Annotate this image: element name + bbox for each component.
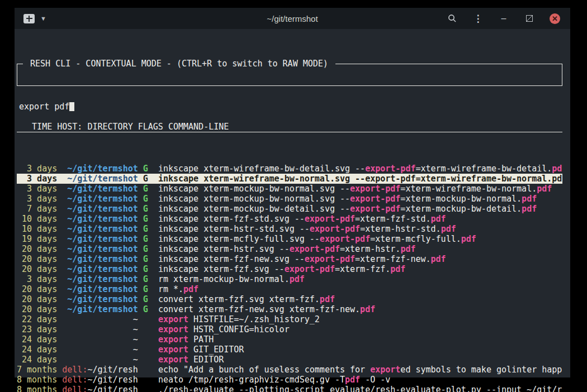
history-row[interactable]: 20 days ~/git/termshot G convert xterm-f… — [17, 294, 562, 304]
history-row[interactable]: 23 days ~ export HSTR_CONFIG=hicolor — [17, 324, 562, 334]
restore-button[interactable] — [524, 13, 535, 24]
history-row[interactable]: 3 days ~/git/termshot G inkscape xterm-m… — [17, 194, 562, 204]
history-row[interactable]: 20 days ~/git/termshot G inkscape xterm-… — [17, 254, 562, 264]
history-row[interactable]: 3 days ~/git/termshot G inkscape xterm-w… — [17, 174, 562, 184]
text-cursor — [69, 102, 74, 111]
search-input[interactable]: export pdf — [17, 94, 562, 112]
history-row[interactable]: 7 months dell:~/git/resh echo "Add a bun… — [17, 365, 562, 375]
history-row[interactable]: 10 days ~/git/termshot G inkscape xterm-… — [17, 214, 562, 224]
history-row[interactable]: 20 days ~/git/termshot G inkscape xterm-… — [17, 264, 562, 274]
history-row[interactable]: 24 days ~ export GIT_EDITOR — [17, 345, 562, 355]
history-row[interactable]: 8 months dell:~/git/resh ./resh-evaluate… — [17, 385, 562, 392]
close-button[interactable]: ✕ — [550, 13, 560, 24]
history-row[interactable]: 8 months dell:~/git/resh neato /tmp/resh… — [17, 375, 562, 385]
terminal-window: ▼ ~/git/termshot ⋮ – ✕ RESH CLI - CONTEX… — [15, 8, 570, 377]
chevron-down-icon[interactable]: ▼ — [40, 15, 46, 22]
history-list: 3 days ~/git/termshot G inkscape xterm-w… — [17, 164, 570, 392]
history-row[interactable]: 20 days ~/git/termshot G inkscape xterm-… — [17, 244, 562, 254]
minimize-button[interactable]: – — [498, 13, 509, 24]
history-row[interactable]: 7 days ~/git/termshot G inkscape xterm-m… — [17, 204, 562, 214]
history-row[interactable]: 22 days ~ export HISTFILE=~/.zsh_history… — [17, 314, 562, 324]
minimize-icon: – — [501, 13, 506, 23]
history-row[interactable]: 24 days ~ export EDITOR — [17, 355, 562, 365]
terminal-content: RESH CLI - CONTEXTUAL MODE - (CTRL+R to … — [15, 29, 570, 377]
history-row[interactable]: 24 days ~ export PATH — [17, 334, 562, 345]
close-icon: ✕ — [552, 15, 558, 22]
search-panel: RESH CLI - CONTEXTUAL MODE - (CTRL+R to … — [17, 64, 562, 86]
restore-icon — [526, 15, 533, 22]
search-panel-title: RESH CLI - CONTEXTUAL MODE - (CTRL+R to … — [23, 59, 335, 69]
search-query: export pdf — [19, 102, 69, 112]
history-row[interactable]: 3 days ~/git/termshot G rm xterm-mockup-… — [17, 274, 562, 284]
history-row[interactable]: 10 days ~/git/termshot G inkscape xterm-… — [17, 224, 562, 234]
search-icon — [448, 14, 457, 23]
history-row[interactable]: 3 days ~/git/termshot G inkscape xterm-m… — [17, 184, 562, 194]
new-tab-button[interactable] — [23, 14, 35, 23]
history-row[interactable]: 3 days ~/git/termshot G inkscape xterm-w… — [17, 164, 562, 174]
titlebar: ▼ ~/git/termshot ⋮ – ✕ — [15, 8, 570, 29]
history-row[interactable]: 20 days ~/git/termshot G convert xterm-f… — [17, 304, 562, 314]
search-button[interactable] — [447, 13, 458, 24]
kebab-menu-icon: ⋮ — [474, 13, 483, 25]
history-row[interactable]: 19 days ~/git/termshot G inkscape xterm-… — [17, 234, 562, 244]
history-row[interactable]: 20 days ~/git/termshot G rm *.pdf — [17, 284, 562, 294]
menu-button[interactable]: ⋮ — [472, 13, 484, 24]
